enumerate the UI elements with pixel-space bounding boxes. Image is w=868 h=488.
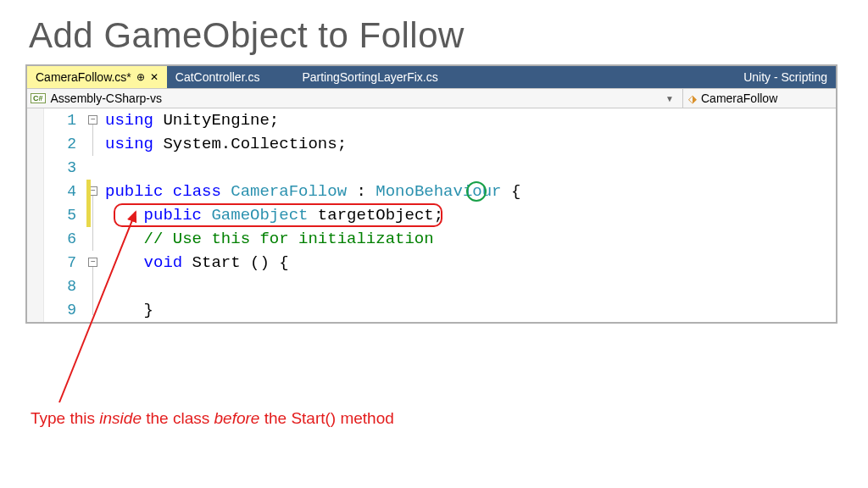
line-number: 1: [44, 108, 76, 132]
fold-guide: [92, 196, 93, 251]
code-line: void Start () {: [105, 251, 836, 274]
code-line: [105, 156, 836, 180]
line-number: 6: [44, 227, 76, 251]
tab-strip: CameraFollow.cs* ⊕ ✕ CatController.cs Pa…: [27, 66, 836, 88]
code-editor-window: CameraFollow.cs* ⊕ ✕ CatController.cs Pa…: [25, 64, 837, 324]
code-line: [105, 274, 836, 298]
code-line: }: [105, 298, 836, 322]
tab-catcontroller[interactable]: CatController.cs: [167, 66, 269, 88]
type-dropdown[interactable]: ⬗ CameraFollow: [683, 89, 836, 108]
code-area[interactable]: 1 2 3 4 5 6 7 8 9 − − − using UnityEngin…: [27, 108, 836, 322]
close-icon[interactable]: ✕: [150, 72, 159, 82]
slide-title: Add GameObject to Follow: [0, 0, 868, 64]
pin-icon[interactable]: ⊕: [136, 72, 145, 82]
line-number: 9: [44, 298, 76, 322]
class-icon: ⬗: [688, 92, 697, 105]
line-number-gutter: 1 2 3 4 5 6 7 8 9: [44, 108, 86, 322]
fold-toggle-icon[interactable]: −: [88, 115, 97, 125]
annotation-text: Type this inside the class before the St…: [31, 409, 394, 428]
line-number: 2: [44, 132, 76, 156]
tab-unity-scripting[interactable]: Unity - Scripting: [735, 66, 836, 88]
fold-toggle-icon[interactable]: −: [88, 258, 97, 267]
project-name: Assembly-CSharp-vs: [51, 92, 162, 105]
code-line: using System.Collections;: [105, 132, 836, 156]
code-line: // Use this for initialization: [105, 227, 836, 251]
outlining-margin: − − −: [86, 108, 102, 322]
line-number: 4: [44, 180, 76, 203]
line-number: 5: [44, 203, 76, 227]
fold-guide: [92, 125, 93, 156]
code-line: public class CameraFollow : MonoBehaviou…: [105, 180, 836, 203]
tab-label: PartingSortingLayerFix.cs: [302, 70, 437, 84]
chevron-down-icon: ▼: [665, 94, 679, 103]
code-line: using UnityEngine;: [105, 108, 836, 132]
tab-label: CatController.cs: [175, 70, 260, 84]
code-line: public GameObject targetObject;: [105, 203, 836, 227]
line-number: 3: [44, 156, 76, 180]
indicator-margin: [27, 108, 44, 322]
code-text[interactable]: using UnityEngine; using System.Collecti…: [102, 108, 836, 322]
line-number: 8: [44, 274, 76, 298]
line-number: 7: [44, 251, 76, 274]
tab-partingsortinglayerfix[interactable]: PartingSortingLayerFix.cs: [268, 66, 446, 88]
tab-spacer: [447, 66, 735, 88]
tab-camerafollow[interactable]: CameraFollow.cs* ⊕ ✕: [27, 66, 167, 88]
fold-guide: [92, 267, 93, 315]
modification-indicator: [86, 180, 91, 227]
tab-label: Unity - Scripting: [743, 70, 827, 84]
project-dropdown[interactable]: C# Assembly-CSharp-vs ▼: [27, 89, 683, 108]
type-name: CameraFollow: [701, 92, 777, 105]
navigation-bar: C# Assembly-CSharp-vs ▼ ⬗ CameraFollow: [27, 88, 836, 108]
tab-label: CameraFollow.cs*: [36, 70, 131, 84]
csharp-badge-icon: C#: [31, 93, 46, 103]
